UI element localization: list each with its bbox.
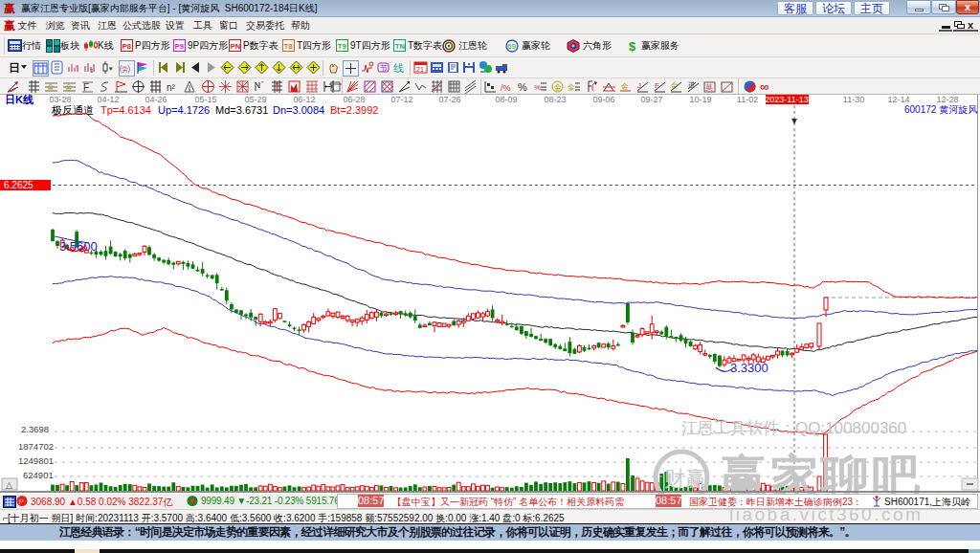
svg-text:n²: n²	[167, 82, 176, 93]
svg-text:PN: PN	[231, 42, 240, 51]
svg-text:△: △	[6, 480, 12, 490]
svg-text:600172 黄河旋风: 600172 黄河旋风	[904, 104, 977, 115]
svg-text:Tp=4.6134: Tp=4.6134	[100, 104, 151, 116]
svg-text:金: 金	[620, 82, 629, 91]
svg-text:%: %	[534, 83, 541, 92]
svg-text:Up=4.1726: Up=4.1726	[158, 104, 210, 116]
svg-text:金: 金	[553, 83, 562, 92]
svg-text:㈸: ㈸	[120, 63, 130, 75]
svg-text:P9: P9	[175, 42, 184, 51]
svg-text:Md=3.6731: Md=3.6731	[215, 104, 268, 116]
svg-text:节: 节	[380, 64, 388, 73]
svg-text:T8: T8	[284, 42, 293, 51]
svg-text:11-30: 11-30	[843, 95, 864, 104]
svg-text:624901: 624901	[23, 470, 54, 480]
svg-text:21: 21	[416, 66, 424, 73]
svg-text:金: 金	[46, 83, 55, 92]
svg-text:∞: ∞	[760, 79, 768, 94]
svg-text:P: P	[19, 498, 24, 506]
svg-text:/%: /%	[501, 83, 511, 93]
svg-text:金: 金	[64, 83, 73, 92]
svg-text:赢: 赢	[4, 19, 15, 32]
svg-text:3.3300: 3.3300	[730, 361, 768, 375]
svg-text:Dn=3.0084: Dn=3.0084	[273, 104, 324, 116]
svg-text:1249801: 1249801	[18, 455, 54, 466]
svg-text:赢: 赢	[4, 2, 15, 14]
svg-text:": "	[261, 80, 264, 87]
svg-text:TN: TN	[395, 42, 405, 51]
svg-text:P8: P8	[122, 42, 131, 51]
svg-text:1874702: 1874702	[18, 441, 54, 452]
svg-text:▾: ▾	[109, 65, 113, 72]
svg-text:金: 金	[567, 83, 575, 92]
svg-text:$: $	[629, 39, 636, 53]
svg-text:♪: ♪	[75, 63, 78, 69]
svg-text:财赢: 财赢	[664, 467, 706, 491]
svg-text:69: 69	[507, 42, 516, 51]
svg-text:6.2625: 6.2625	[4, 180, 33, 190]
svg-text:%: %	[518, 81, 527, 93]
svg-text:T9: T9	[338, 42, 346, 51]
svg-text:F: F	[83, 82, 89, 93]
svg-text:江恩工具软件：QQ:100800360: 江恩工具软件：QQ:100800360	[681, 419, 906, 437]
svg-text:12-28: 12-28	[936, 95, 958, 104]
svg-text:线: 线	[393, 62, 404, 74]
svg-text:极反通道: 极反通道	[51, 104, 94, 116]
svg-text:莫: 莫	[705, 83, 713, 92]
svg-text:进: 进	[688, 81, 695, 89]
svg-text:Bt=2.3992: Bt=2.3992	[330, 104, 378, 116]
svg-text:2.3698: 2.3698	[21, 424, 49, 434]
svg-text:3.5600: 3.5600	[59, 239, 98, 254]
svg-text:3: 3	[90, 68, 94, 74]
svg-text:12-14: 12-14	[887, 95, 909, 104]
